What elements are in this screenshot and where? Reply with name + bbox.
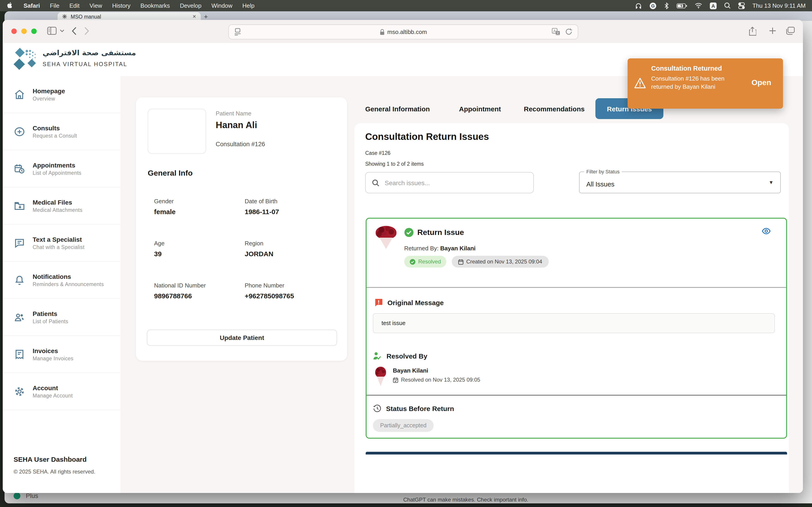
filter-caret-icon[interactable]: ▾ xyxy=(770,179,773,186)
svg-text:文: 文 xyxy=(556,31,560,35)
sidebar-item-subtitle: Overview xyxy=(33,96,65,101)
field-dob: Date of Birth1986-11-07 xyxy=(245,198,335,216)
patients-icon xyxy=(14,311,26,323)
back-button[interactable] xyxy=(71,27,77,35)
new-tab-button[interactable] xyxy=(768,27,777,35)
close-window-button[interactable] xyxy=(11,29,17,34)
sidebar-toggle-icon[interactable] xyxy=(47,27,57,35)
new-tab-icon[interactable]: + xyxy=(204,13,208,20)
home-icon xyxy=(14,89,26,100)
next-card-top-border xyxy=(366,452,787,454)
menubar-edit[interactable]: Edit xyxy=(69,2,80,9)
issues-search[interactable] xyxy=(365,172,534,193)
field-region: RegionJORDAN xyxy=(245,240,335,258)
status-before-return-title: Status Before Return xyxy=(386,405,454,412)
plan-label: Plus xyxy=(26,492,38,499)
menubar-file[interactable]: File xyxy=(50,2,59,9)
tab-general-information[interactable]: General Information xyxy=(365,98,430,119)
logo-arabic-text: مستشفى صحة الافتراضي xyxy=(43,48,136,57)
sidebar-item-invoices[interactable]: Invoices Manage Invoices xyxy=(3,336,120,373)
sidebar-item-medical-files[interactable]: Medical Files Medical Attachments xyxy=(3,187,120,225)
sidebar-item-title: Notifications xyxy=(33,273,104,280)
menubar-view[interactable]: View xyxy=(90,2,102,9)
apple-logo-icon[interactable] xyxy=(7,2,14,9)
forward-button[interactable] xyxy=(84,27,89,35)
tab-close-icon[interactable]: ✕ xyxy=(192,14,196,19)
chatgpt-plan: Plus xyxy=(14,492,38,499)
calendar-icon xyxy=(458,259,464,265)
toast-open-button[interactable]: Open xyxy=(752,78,771,88)
sidebar-chevron-icon[interactable] xyxy=(60,30,64,33)
sidebar-item-subtitle: Medical Attachments xyxy=(33,207,83,213)
sidebar-item-subtitle: Request a Consult xyxy=(33,133,77,138)
url-text[interactable]: mso.altibb.com xyxy=(388,29,427,35)
sidebar-item-patients[interactable]: Patients List of Patients xyxy=(3,299,120,336)
reload-icon[interactable] xyxy=(565,28,572,35)
resolver-name: Bayan Kilani xyxy=(393,367,428,374)
menubar-window[interactable]: Window xyxy=(211,2,233,9)
headphones-icon[interactable] xyxy=(635,2,642,9)
card-divider xyxy=(367,287,786,288)
issue-title: Return Issue xyxy=(417,228,464,237)
bluetooth-icon[interactable] xyxy=(664,2,669,9)
history-clock-icon xyxy=(373,404,382,413)
sidebar-item-appointments[interactable]: Appointments List of Appointments xyxy=(3,150,120,187)
translate-icon[interactable]: A文 xyxy=(552,28,560,35)
sidebar-item-consults[interactable]: Consults Request a Consult xyxy=(3,113,120,150)
menubar-help[interactable]: Help xyxy=(242,2,255,9)
patient-fields-grid: Genderfemale Date of Birth1986-11-07 Age… xyxy=(154,198,335,300)
patient-name: Hanan Ali xyxy=(216,120,257,130)
tab-recommendations[interactable]: Recommendations xyxy=(524,98,585,119)
resolved-check-icon xyxy=(404,228,414,237)
spotlight-icon[interactable] xyxy=(724,2,731,9)
gear-icon xyxy=(14,386,26,397)
filter-label: Filter by Status xyxy=(584,169,622,174)
page-title: Consultation Return Issues xyxy=(365,131,489,142)
sidebar-item-title: Medical Files xyxy=(33,199,83,206)
seha-logo-icon[interactable] xyxy=(13,48,38,73)
battery-icon[interactable] xyxy=(677,3,688,8)
menubar-develop[interactable]: Develop xyxy=(180,2,201,9)
alert-message-icon xyxy=(374,298,383,307)
sidebar-item-title: Text a Specialist xyxy=(33,236,85,243)
input-source-icon[interactable]: A xyxy=(710,2,717,9)
status-filter[interactable]: Filter by Status All Issues ▾ xyxy=(579,169,781,193)
field-phone: Phone Number+962785098765 xyxy=(245,282,335,300)
svg-text:G: G xyxy=(651,3,655,8)
background-tab[interactable]: MSO manual ✕ xyxy=(58,12,201,21)
grammarly-icon[interactable]: G xyxy=(650,2,657,9)
control-center-icon[interactable] xyxy=(739,2,745,9)
menubar-app-safari[interactable]: Safari xyxy=(23,2,40,9)
url-bar[interactable]: mso.altibb.com A文 xyxy=(229,24,578,39)
share-icon[interactable] xyxy=(749,27,756,36)
general-info-heading: General Info xyxy=(148,169,193,178)
page-settings-icon[interactable] xyxy=(234,28,241,36)
resolved-status-badge: Resolved xyxy=(404,256,446,268)
macos-menubar: Safari File Edit View History Bookmarks … xyxy=(0,0,812,11)
sidebar-item-account[interactable]: Account Manage Account xyxy=(3,373,120,410)
view-issue-eye-icon[interactable] xyxy=(762,228,771,234)
update-patient-button[interactable]: Update Patient xyxy=(147,330,337,346)
zoom-window-button[interactable] xyxy=(31,29,37,34)
field-national-id: National ID Number9896788766 xyxy=(154,282,245,300)
tab-appointment[interactable]: Appointment xyxy=(459,98,501,119)
menubar-clock[interactable]: Thu 13 Nov 9:11 AM xyxy=(752,2,806,9)
card-divider xyxy=(367,395,786,396)
folder-download-icon xyxy=(14,200,26,212)
minimize-window-button[interactable] xyxy=(21,29,27,34)
filter-selected-value[interactable]: All Issues xyxy=(586,181,614,188)
patient-photo-placeholder xyxy=(148,109,206,154)
menubar-bookmarks[interactable]: Bookmarks xyxy=(141,2,170,9)
tab-overview-icon[interactable] xyxy=(786,27,795,35)
returner-avatar-image xyxy=(374,225,398,249)
sidebar-item-subtitle: Reminders & Announcements xyxy=(33,282,104,287)
sidebar-item-homepage[interactable]: Homepage Overview xyxy=(3,76,120,113)
sidebar-item-title: Appointments xyxy=(33,162,81,169)
search-input[interactable] xyxy=(384,179,527,187)
toast-notification[interactable]: Consultation Returned Consultation #126 … xyxy=(627,58,783,109)
menubar-history[interactable]: History xyxy=(112,2,131,9)
wifi-icon[interactable] xyxy=(695,3,703,9)
sidebar-item-subtitle: List of Appointments xyxy=(33,170,81,176)
sidebar-item-text-specialist[interactable]: Text a Specialist Chat with a Specialist xyxy=(3,225,120,262)
sidebar-item-notifications[interactable]: Notifications Reminders & Announcements xyxy=(3,262,120,299)
